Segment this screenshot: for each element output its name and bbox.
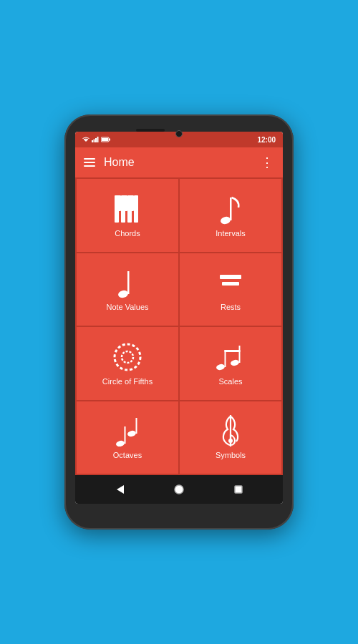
svg-point-30 — [127, 430, 137, 438]
svg-rect-19 — [220, 275, 241, 279]
symbols-icon — [215, 415, 246, 447]
back-button[interactable] — [109, 479, 130, 500]
nav-bar — [75, 475, 283, 504]
svg-marker-33 — [117, 485, 124, 494]
wifi-icon — [82, 137, 90, 142]
home-button[interactable] — [168, 479, 190, 500]
svg-point-23 — [216, 363, 226, 371]
octaves-label: Octaves — [113, 451, 142, 459]
circle-of-fifths-label: Circle of Fifths — [102, 377, 153, 386]
svg-rect-24 — [225, 350, 226, 367]
menu-grid: Chords Intervals — [75, 177, 283, 475]
svg-marker-0 — [84, 140, 88, 142]
note-values-label: Note Values — [106, 303, 148, 311]
battery-icon — [101, 137, 111, 142]
svg-rect-11 — [134, 195, 138, 223]
signal-icon — [92, 137, 99, 142]
octaves-button[interactable]: Octaves — [77, 401, 178, 474]
svg-point-25 — [230, 358, 240, 366]
phone-speaker — [136, 129, 165, 132]
svg-rect-4 — [97, 137, 99, 142]
svg-point-28 — [115, 440, 125, 447]
svg-rect-1 — [92, 140, 93, 142]
octaves-icon — [112, 415, 143, 447]
rests-button[interactable]: Rests — [180, 253, 281, 326]
hamburger-line-1 — [84, 158, 95, 160]
note-values-button[interactable]: Note Values — [77, 253, 178, 326]
circle-of-fifths-button[interactable]: Circle of Fifths — [77, 327, 178, 400]
svg-rect-16 — [230, 197, 232, 220]
rests-label: Rests — [221, 303, 241, 311]
intervals-label: Intervals — [216, 229, 246, 238]
svg-point-21 — [115, 344, 140, 370]
chords-label: Chords — [115, 229, 140, 238]
svg-rect-12 — [117, 195, 121, 211]
symbols-button[interactable]: Symbols — [180, 401, 281, 474]
more-options-button[interactable]: ⋮ — [261, 155, 274, 170]
status-time: 12:00 — [257, 136, 276, 144]
svg-rect-13 — [124, 195, 127, 211]
circle-of-fifths-icon — [112, 341, 143, 373]
svg-rect-14 — [130, 195, 134, 211]
symbols-label: Symbols — [216, 451, 246, 459]
svg-rect-26 — [239, 346, 241, 363]
svg-rect-3 — [95, 138, 97, 142]
intervals-button[interactable]: Intervals — [180, 179, 281, 252]
phone-camera — [175, 130, 183, 137]
svg-rect-31 — [136, 418, 137, 434]
svg-rect-27 — [225, 350, 241, 352]
svg-point-15 — [220, 215, 231, 225]
phone-screen: 12:00 Home ⋮ — [75, 132, 283, 504]
scales-label: Scales — [218, 377, 242, 386]
phone-frame: 12:00 Home ⋮ — [64, 114, 294, 530]
note-values-icon — [112, 267, 143, 298]
svg-rect-35 — [235, 486, 242, 493]
svg-point-17 — [117, 290, 129, 299]
hamburger-line-3 — [84, 165, 95, 167]
status-icons — [82, 137, 111, 142]
recents-button[interactable] — [228, 479, 249, 500]
svg-rect-29 — [125, 426, 126, 444]
svg-rect-6 — [109, 139, 110, 141]
scales-button[interactable]: Scales — [180, 327, 281, 400]
intervals-icon — [215, 193, 246, 225]
svg-point-34 — [175, 485, 183, 494]
svg-rect-2 — [94, 140, 95, 143]
hamburger-menu-button[interactable] — [84, 158, 95, 167]
app-title: Home — [104, 156, 252, 169]
svg-rect-7 — [102, 138, 108, 141]
chords-button[interactable]: Chords — [77, 179, 178, 252]
rests-icon — [215, 267, 246, 298]
svg-rect-18 — [127, 271, 130, 294]
svg-point-22 — [122, 351, 133, 363]
hamburger-line-2 — [84, 162, 95, 163]
chords-icon — [112, 193, 143, 225]
svg-rect-20 — [222, 282, 239, 286]
scales-icon — [215, 341, 246, 373]
app-bar: Home ⋮ — [75, 147, 283, 177]
